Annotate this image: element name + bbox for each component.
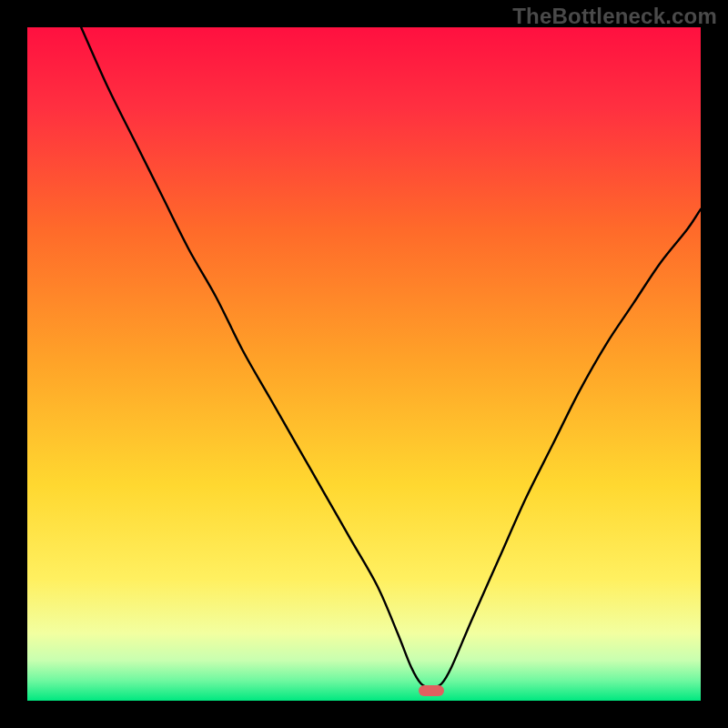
chart-frame: TheBottleneck.com <box>0 0 728 728</box>
minimum-marker <box>419 685 444 696</box>
watermark-text: TheBottleneck.com <box>512 4 717 29</box>
bottleneck-chart <box>27 27 701 701</box>
